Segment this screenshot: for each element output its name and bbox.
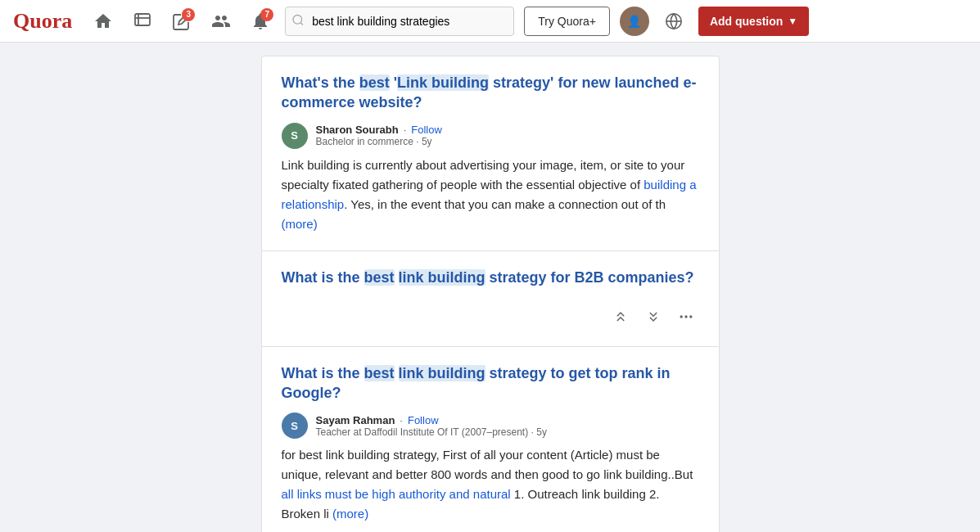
author-name-1[interactable]: Sharon Sourabh	[316, 124, 399, 136]
downvote-button-2[interactable]	[607, 304, 634, 330]
svg-point-7	[680, 315, 682, 318]
more-link-1[interactable]: (more)	[282, 217, 318, 231]
author-meta-1: Bachelor in commerce · 5y	[316, 136, 442, 147]
language-icon[interactable]	[659, 7, 689, 36]
author-avatar-1: S	[282, 123, 308, 149]
link-text-1[interactable]: building a relationship	[282, 178, 697, 211]
highlight-best-1: best	[359, 74, 390, 91]
more-link-3[interactable]: (more)	[329, 507, 368, 521]
link-text-3[interactable]: all links must be high authority and nat…	[282, 487, 511, 501]
author-meta-3: Teacher at Daffodil Institute Of IT (200…	[316, 426, 547, 438]
try-quora-button[interactable]: Try Quora+	[524, 7, 610, 36]
answer-card-3: What is the best link building strategy …	[261, 346, 720, 532]
question-title-2[interactable]: What is the best link building strategy …	[282, 268, 699, 287]
svg-point-9	[689, 315, 692, 318]
write-badge: 3	[182, 8, 195, 21]
highlight-best-2: best	[364, 269, 395, 286]
highlight-link-3: link building	[399, 365, 485, 381]
question-title-3[interactable]: What is the best link building strategy …	[282, 363, 699, 404]
notifications-badge: 7	[260, 8, 273, 21]
more-options-button-2[interactable]	[673, 304, 699, 330]
answer-card-2: What is the best link building strategy …	[261, 250, 720, 346]
write-nav-icon[interactable]: 3	[167, 7, 196, 36]
author-row-1: S Sharon Sourabh · Follow Bachelor in co…	[282, 123, 699, 149]
search-input[interactable]	[285, 7, 514, 36]
highlight-best-3: best	[364, 365, 395, 381]
search-wrapper	[285, 7, 514, 36]
author-name-3[interactable]: Sayam Rahman	[316, 414, 395, 426]
add-question-button[interactable]: Add question ▼	[698, 7, 809, 36]
author-avatar-3: S	[282, 413, 308, 439]
author-info-3: Sayam Rahman · Follow Teacher at Daffodi…	[316, 414, 547, 438]
svg-point-8	[684, 315, 687, 318]
answers-nav-icon[interactable]	[128, 7, 157, 36]
chevron-down-icon: ▼	[788, 16, 797, 27]
notifications-nav-icon[interactable]: 7	[246, 7, 275, 36]
author-info-1: Sharon Sourabh · Follow Bachelor in comm…	[316, 124, 442, 147]
main-content: What's the best 'Link building strategy'…	[0, 43, 980, 532]
action-row-2	[282, 297, 699, 330]
answer-card-1: What's the best 'Link building strategy'…	[261, 56, 720, 250]
answer-text-3: for best link building strategy, First o…	[282, 445, 699, 524]
answer-text-1: Link building is currently about adverti…	[282, 156, 699, 234]
feed: What's the best 'Link building strategy'…	[261, 56, 720, 532]
follow-button-1[interactable]: Follow	[411, 124, 442, 136]
follow-button-3[interactable]: Follow	[408, 414, 439, 426]
community-nav-icon[interactable]	[206, 7, 236, 36]
header: Quora 3 7 Try Quora+ 👤 Add question ▼	[0, 0, 980, 43]
user-avatar[interactable]: 👤	[620, 7, 649, 36]
upvote-button-2[interactable]	[640, 304, 666, 330]
home-nav-icon[interactable]	[88, 7, 118, 36]
author-row-3: S Sayam Rahman · Follow Teacher at Daffo…	[282, 413, 699, 439]
highlight-link-2: link building	[399, 269, 485, 286]
svg-rect-0	[135, 14, 150, 25]
quora-logo[interactable]: Quora	[13, 9, 72, 34]
question-title-1[interactable]: What's the best 'Link building strategy'…	[282, 73, 699, 113]
highlight-linkbuilding-1: Link building	[397, 74, 489, 91]
